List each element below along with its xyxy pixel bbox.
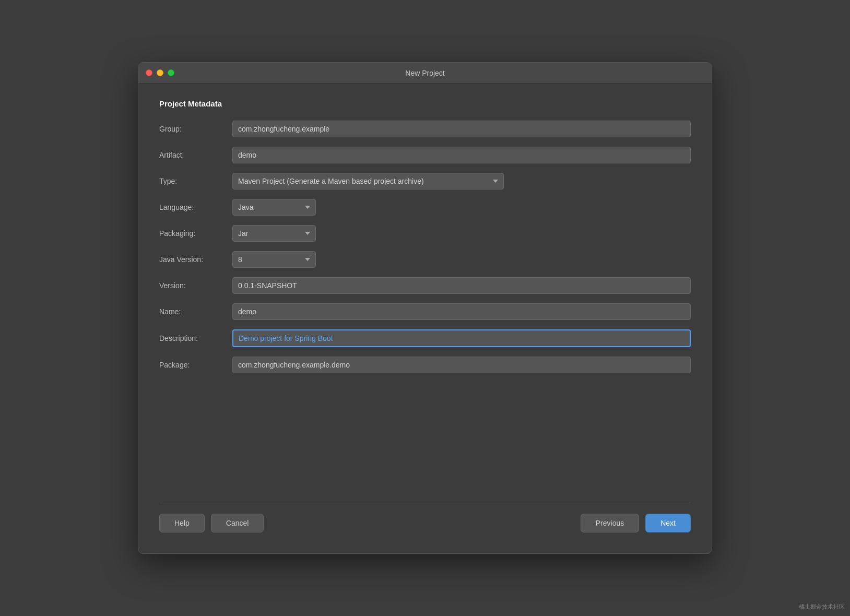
- group-input[interactable]: [232, 121, 691, 137]
- dialog-content: Project Metadata Group: Artifact: Type: …: [138, 84, 712, 553]
- package-row: Package:: [159, 357, 691, 373]
- artifact-input[interactable]: [232, 147, 691, 163]
- type-label: Type:: [159, 177, 232, 185]
- new-project-dialog: New Project Project Metadata Group: Arti…: [138, 62, 712, 554]
- titlebar: New Project: [138, 63, 712, 84]
- section-title: Project Metadata: [159, 99, 691, 108]
- description-row: Description:: [159, 329, 691, 347]
- maximize-button[interactable]: [168, 69, 174, 76]
- language-select[interactable]: Java Kotlin Groovy: [232, 199, 316, 216]
- window-title: New Project: [405, 69, 444, 77]
- footer-left: Help Cancel: [159, 514, 264, 532]
- packaging-label: Packaging:: [159, 229, 232, 238]
- version-row: Version:: [159, 277, 691, 294]
- description-label: Description:: [159, 334, 232, 342]
- java-version-row: Java Version: 8 11 17 21: [159, 251, 691, 268]
- language-row: Language: Java Kotlin Groovy: [159, 199, 691, 216]
- name-input[interactable]: [232, 303, 691, 320]
- help-button[interactable]: Help: [159, 514, 205, 532]
- language-label: Language:: [159, 203, 232, 211]
- description-input[interactable]: [232, 329, 691, 347]
- cancel-button[interactable]: Cancel: [211, 514, 264, 532]
- java-version-label: Java Version:: [159, 255, 232, 264]
- type-select[interactable]: Maven Project (Generate a Maven based pr…: [232, 173, 504, 189]
- name-label: Name:: [159, 307, 232, 316]
- traffic-lights: [146, 69, 174, 76]
- minimize-button[interactable]: [157, 69, 163, 76]
- close-button[interactable]: [146, 69, 152, 76]
- next-button[interactable]: Next: [645, 514, 691, 532]
- name-row: Name:: [159, 303, 691, 320]
- group-row: Group:: [159, 121, 691, 137]
- watermark: 橘土掘金技术社区: [799, 603, 845, 611]
- form-area: Project Metadata Group: Artifact: Type: …: [159, 99, 691, 503]
- version-label: Version:: [159, 281, 232, 290]
- artifact-row: Artifact:: [159, 147, 691, 163]
- package-label: Package:: [159, 361, 232, 369]
- package-input[interactable]: [232, 357, 691, 373]
- artifact-label: Artifact:: [159, 151, 232, 159]
- group-label: Group:: [159, 125, 232, 133]
- packaging-select[interactable]: Jar War: [232, 225, 316, 242]
- footer-right: Previous Next: [581, 514, 691, 532]
- version-input[interactable]: [232, 277, 691, 294]
- java-version-select[interactable]: 8 11 17 21: [232, 251, 316, 268]
- type-row: Type: Maven Project (Generate a Maven ba…: [159, 173, 691, 189]
- dialog-footer: Help Cancel Previous Next: [159, 503, 691, 538]
- packaging-row: Packaging: Jar War: [159, 225, 691, 242]
- previous-button[interactable]: Previous: [581, 514, 639, 532]
